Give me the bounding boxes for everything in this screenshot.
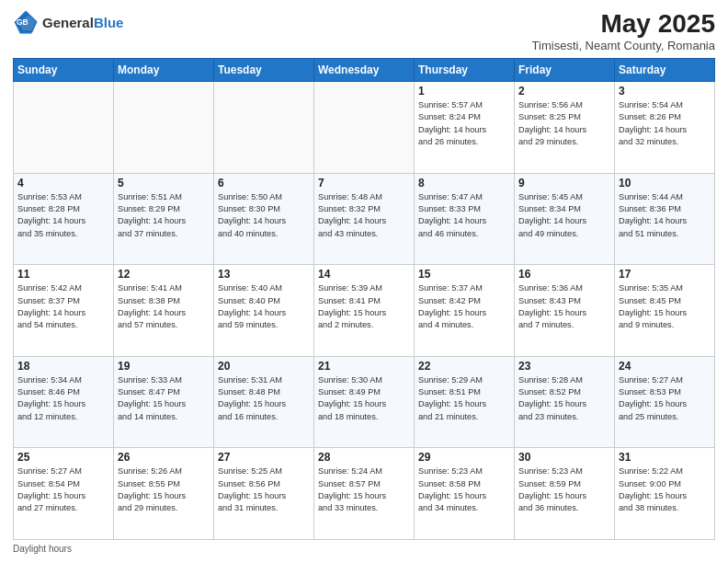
calendar-cell xyxy=(214,82,314,174)
day-info: Sunrise: 5:35 AM Sunset: 8:45 PM Dayligh… xyxy=(619,282,711,331)
day-info: Sunrise: 5:39 AM Sunset: 8:41 PM Dayligh… xyxy=(318,282,410,331)
calendar-table: SundayMondayTuesdayWednesdayThursdayFrid… xyxy=(13,58,715,540)
day-number: 29 xyxy=(418,451,510,464)
day-number: 4 xyxy=(17,177,109,190)
svg-text:GB: GB xyxy=(17,17,28,27)
calendar-cell: 17Sunrise: 5:35 AM Sunset: 8:45 PM Dayli… xyxy=(615,265,715,357)
day-number: 27 xyxy=(218,451,310,464)
day-info: Sunrise: 5:27 AM Sunset: 8:53 PM Dayligh… xyxy=(619,374,711,423)
day-info: Sunrise: 5:29 AM Sunset: 8:51 PM Dayligh… xyxy=(418,374,510,423)
day-info: Sunrise: 5:27 AM Sunset: 8:54 PM Dayligh… xyxy=(17,465,109,514)
day-number: 1 xyxy=(418,85,510,98)
calendar-cell: 18Sunrise: 5:34 AM Sunset: 8:46 PM Dayli… xyxy=(14,356,114,448)
calendar-cell: 26Sunrise: 5:26 AM Sunset: 8:55 PM Dayli… xyxy=(114,448,214,540)
day-info: Sunrise: 5:33 AM Sunset: 8:47 PM Dayligh… xyxy=(118,374,210,423)
day-info: Sunrise: 5:24 AM Sunset: 8:57 PM Dayligh… xyxy=(318,465,410,514)
day-number: 5 xyxy=(118,177,210,190)
calendar-cell: 2Sunrise: 5:56 AM Sunset: 8:25 PM Daylig… xyxy=(515,82,615,174)
calendar-cell: 13Sunrise: 5:40 AM Sunset: 8:40 PM Dayli… xyxy=(214,265,314,357)
day-info: Sunrise: 5:23 AM Sunset: 8:59 PM Dayligh… xyxy=(518,465,610,514)
day-number: 15 xyxy=(418,268,510,281)
day-number: 31 xyxy=(619,451,711,464)
day-info: Sunrise: 5:36 AM Sunset: 8:43 PM Dayligh… xyxy=(518,282,610,331)
calendar-cell: 11Sunrise: 5:42 AM Sunset: 8:37 PM Dayli… xyxy=(14,265,114,357)
day-info: Sunrise: 5:41 AM Sunset: 8:38 PM Dayligh… xyxy=(118,282,210,331)
day-info: Sunrise: 5:30 AM Sunset: 8:49 PM Dayligh… xyxy=(318,374,410,423)
calendar-cell xyxy=(114,82,214,174)
header: GB GeneralBlue May 2025 Timisesti, Neamt… xyxy=(13,9,715,52)
title-block: May 2025 Timisesti, Neamt County, Romani… xyxy=(532,9,715,52)
day-number: 7 xyxy=(318,177,410,190)
day-number: 21 xyxy=(318,360,410,373)
day-number: 18 xyxy=(17,360,109,373)
footer-note: Daylight hours xyxy=(13,544,715,554)
day-info: Sunrise: 5:53 AM Sunset: 8:28 PM Dayligh… xyxy=(17,191,109,240)
calendar-cell: 28Sunrise: 5:24 AM Sunset: 8:57 PM Dayli… xyxy=(314,448,415,540)
calendar-cell: 7Sunrise: 5:48 AM Sunset: 8:32 PM Daylig… xyxy=(314,173,415,265)
calendar-cell xyxy=(14,82,114,174)
day-number: 26 xyxy=(118,451,210,464)
day-info: Sunrise: 5:48 AM Sunset: 8:32 PM Dayligh… xyxy=(318,191,410,240)
calendar-cell: 27Sunrise: 5:25 AM Sunset: 8:56 PM Dayli… xyxy=(214,448,314,540)
day-number: 22 xyxy=(418,360,510,373)
calendar-cell: 21Sunrise: 5:30 AM Sunset: 8:49 PM Dayli… xyxy=(314,356,415,448)
generalblue-icon: GB xyxy=(13,9,39,35)
weekday-header-tuesday: Tuesday xyxy=(214,59,314,82)
calendar-cell: 31Sunrise: 5:22 AM Sunset: 9:00 PM Dayli… xyxy=(615,448,715,540)
calendar-cell: 6Sunrise: 5:50 AM Sunset: 8:30 PM Daylig… xyxy=(214,173,314,265)
logo: GB GeneralBlue xyxy=(13,9,123,35)
day-info: Sunrise: 5:25 AM Sunset: 8:56 PM Dayligh… xyxy=(218,465,310,514)
day-info: Sunrise: 5:23 AM Sunset: 8:58 PM Dayligh… xyxy=(418,465,510,514)
calendar-cell: 10Sunrise: 5:44 AM Sunset: 8:36 PM Dayli… xyxy=(615,173,715,265)
day-info: Sunrise: 5:51 AM Sunset: 8:29 PM Dayligh… xyxy=(118,191,210,240)
day-info: Sunrise: 5:34 AM Sunset: 8:46 PM Dayligh… xyxy=(17,374,109,423)
location: Timisesti, Neamt County, Romania xyxy=(532,39,715,52)
day-number: 16 xyxy=(518,268,610,281)
calendar-cell: 29Sunrise: 5:23 AM Sunset: 8:58 PM Dayli… xyxy=(415,448,515,540)
calendar-cell: 12Sunrise: 5:41 AM Sunset: 8:38 PM Dayli… xyxy=(114,265,214,357)
day-info: Sunrise: 5:42 AM Sunset: 8:37 PM Dayligh… xyxy=(17,282,109,331)
day-number: 10 xyxy=(619,177,711,190)
calendar-cell: 4Sunrise: 5:53 AM Sunset: 8:28 PM Daylig… xyxy=(14,173,114,265)
weekday-header-sunday: Sunday xyxy=(14,59,114,82)
week-row-2: 4Sunrise: 5:53 AM Sunset: 8:28 PM Daylig… xyxy=(14,173,715,265)
logo-text: GeneralBlue xyxy=(42,15,123,30)
day-info: Sunrise: 5:22 AM Sunset: 9:00 PM Dayligh… xyxy=(619,465,711,514)
day-info: Sunrise: 5:44 AM Sunset: 8:36 PM Dayligh… xyxy=(619,191,711,240)
day-info: Sunrise: 5:45 AM Sunset: 8:34 PM Dayligh… xyxy=(518,191,610,240)
calendar-cell: 30Sunrise: 5:23 AM Sunset: 8:59 PM Dayli… xyxy=(515,448,615,540)
calendar-cell: 19Sunrise: 5:33 AM Sunset: 8:47 PM Dayli… xyxy=(114,356,214,448)
weekday-header-monday: Monday xyxy=(114,59,214,82)
calendar-cell: 14Sunrise: 5:39 AM Sunset: 8:41 PM Dayli… xyxy=(314,265,415,357)
day-info: Sunrise: 5:40 AM Sunset: 8:40 PM Dayligh… xyxy=(218,282,310,331)
month-title: May 2025 xyxy=(532,9,715,39)
weekday-header-row: SundayMondayTuesdayWednesdayThursdayFrid… xyxy=(14,59,715,82)
day-number: 11 xyxy=(17,268,109,281)
day-number: 28 xyxy=(318,451,410,464)
day-info: Sunrise: 5:50 AM Sunset: 8:30 PM Dayligh… xyxy=(218,191,310,240)
calendar-cell: 8Sunrise: 5:47 AM Sunset: 8:33 PM Daylig… xyxy=(415,173,515,265)
day-info: Sunrise: 5:56 AM Sunset: 8:25 PM Dayligh… xyxy=(518,99,610,148)
day-info: Sunrise: 5:31 AM Sunset: 8:48 PM Dayligh… xyxy=(218,374,310,423)
day-number: 9 xyxy=(518,177,610,190)
day-number: 6 xyxy=(218,177,310,190)
calendar-cell: 16Sunrise: 5:36 AM Sunset: 8:43 PM Dayli… xyxy=(515,265,615,357)
day-number: 14 xyxy=(318,268,410,281)
weekday-header-thursday: Thursday xyxy=(415,59,515,82)
page: GB GeneralBlue May 2025 Timisesti, Neamt… xyxy=(0,0,728,563)
weekday-header-saturday: Saturday xyxy=(615,59,715,82)
day-number: 8 xyxy=(418,177,510,190)
day-number: 2 xyxy=(518,85,610,98)
calendar-cell xyxy=(314,82,415,174)
day-info: Sunrise: 5:47 AM Sunset: 8:33 PM Dayligh… xyxy=(418,191,510,240)
day-info: Sunrise: 5:28 AM Sunset: 8:52 PM Dayligh… xyxy=(518,374,610,423)
calendar-cell: 3Sunrise: 5:54 AM Sunset: 8:26 PM Daylig… xyxy=(615,82,715,174)
week-row-4: 18Sunrise: 5:34 AM Sunset: 8:46 PM Dayli… xyxy=(14,356,715,448)
day-number: 23 xyxy=(518,360,610,373)
day-number: 24 xyxy=(619,360,711,373)
day-number: 25 xyxy=(17,451,109,464)
week-row-1: 1Sunrise: 5:57 AM Sunset: 8:24 PM Daylig… xyxy=(14,82,715,174)
day-number: 3 xyxy=(619,85,711,98)
day-number: 17 xyxy=(619,268,711,281)
calendar-cell: 1Sunrise: 5:57 AM Sunset: 8:24 PM Daylig… xyxy=(415,82,515,174)
